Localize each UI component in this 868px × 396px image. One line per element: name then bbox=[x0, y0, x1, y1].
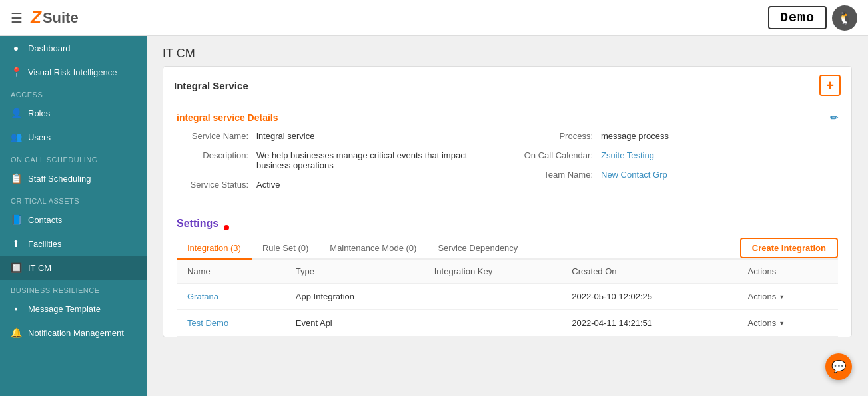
sidebar-item-users[interactable]: 👥 Users bbox=[0, 125, 147, 149]
sidebar-label-contacts: Contacts bbox=[28, 215, 62, 225]
team-name-value[interactable]: New Contact Grp bbox=[601, 170, 838, 180]
service-name-value: integral service bbox=[256, 131, 494, 141]
notification-mgmt-icon: 🔔 bbox=[11, 327, 21, 338]
page-header: IT CM bbox=[147, 36, 868, 66]
sidebar-section-business-resilience: BUSINESS RESILIENCE bbox=[0, 280, 147, 297]
card-header-title: Integral Service bbox=[174, 80, 248, 91]
facilities-icon: ⬆ bbox=[11, 238, 21, 249]
process-value: message process bbox=[601, 131, 838, 141]
user-avatar[interactable]: 🐧 bbox=[832, 5, 857, 31]
sidebar-item-staff-scheduling[interactable]: 📋 Staff Scheduling bbox=[0, 166, 147, 190]
row2-created-on: 2022-04-11 14:21:51 bbox=[561, 310, 737, 337]
row1-actions-button[interactable]: Actions bbox=[748, 292, 785, 301]
page-title: IT CM bbox=[163, 47, 852, 61]
process-label: Process: bbox=[521, 131, 601, 141]
table-head: Name Type Integration Key Created On Act… bbox=[177, 260, 838, 284]
visual-risk-icon: 📍 bbox=[11, 67, 21, 77]
dashboard-icon: ● bbox=[11, 43, 21, 53]
settings-section: Settings Integration (3) Rule Set (0) Ma… bbox=[163, 210, 851, 337]
details-title-text: integral service Details bbox=[177, 112, 278, 123]
col-created-on: Created On bbox=[561, 260, 737, 284]
description-value: We help businesses manage critical event… bbox=[256, 150, 494, 170]
chat-bubble[interactable]: 💬 bbox=[825, 353, 852, 380]
staff-scheduling-icon: 📋 bbox=[11, 173, 21, 184]
col-type: Type bbox=[285, 260, 424, 284]
sidebar-label-notification-mgmt: Notification Management bbox=[28, 328, 124, 338]
logo-z: Z bbox=[31, 7, 41, 28]
integral-service-card: Integral Service + integral service Deta… bbox=[163, 66, 852, 337]
row1-name[interactable]: Grafana bbox=[177, 284, 285, 310]
row2-actions: Actions bbox=[737, 310, 839, 337]
topbar-right: Demo 🐧 bbox=[768, 5, 857, 31]
sidebar-item-itcm[interactable]: 🔲 IT CM bbox=[0, 256, 147, 280]
sidebar-item-roles[interactable]: 👤 Roles bbox=[0, 101, 147, 125]
logo-suite: Suite bbox=[43, 9, 79, 27]
table-row: Test Demo Event Api 2022-04-11 14:21:51 … bbox=[177, 310, 838, 337]
on-call-calendar-label: On Call Calendar: bbox=[521, 150, 601, 160]
row1-integration-key bbox=[424, 284, 562, 310]
topbar: ☰ Z Suite Demo 🐧 bbox=[0, 0, 868, 36]
service-status-row: Service Status: Active bbox=[177, 180, 494, 190]
tab-service-dependency[interactable]: Service Dependency bbox=[427, 238, 528, 260]
sidebar-label-dashboard: Dashboard bbox=[28, 43, 71, 53]
logo: Z Suite bbox=[31, 7, 79, 28]
tabs-row: Integration (3) Rule Set (0) Maintenance… bbox=[177, 238, 838, 260]
sidebar-item-facilities[interactable]: ⬆ Facilities bbox=[0, 232, 147, 256]
table-row: Grafana App Integration 2022-05-10 12:02… bbox=[177, 284, 838, 310]
sidebar: ● Dashboard 📍 Visual Risk Intelligence A… bbox=[0, 36, 147, 396]
tab-integration[interactable]: Integration (3) bbox=[177, 238, 252, 260]
team-name-label: Team Name: bbox=[521, 170, 601, 180]
details-section: integral service Details ✏ Service Name:… bbox=[163, 104, 851, 210]
col-integration-key: Integration Key bbox=[424, 260, 562, 284]
roles-icon: 👤 bbox=[11, 108, 21, 118]
sidebar-label-roles: Roles bbox=[28, 108, 50, 118]
edit-icon[interactable]: ✏ bbox=[830, 112, 838, 123]
sidebar-label-users: Users bbox=[28, 132, 51, 142]
row1-created-on: 2022-05-10 12:02:25 bbox=[561, 284, 737, 310]
sidebar-label-visual-risk: Visual Risk Intelligence bbox=[28, 67, 117, 77]
main-content: IT CM Integral Service + integral servic… bbox=[147, 36, 868, 396]
on-call-calendar-row: On Call Calendar: Zsuite Testing bbox=[521, 150, 838, 160]
create-integration-button[interactable]: Create Integration bbox=[740, 238, 838, 258]
sidebar-item-visual-risk[interactable]: 📍 Visual Risk Intelligence bbox=[0, 60, 147, 84]
description-row: Description: We help businesses manage c… bbox=[177, 150, 494, 170]
description-label: Description: bbox=[177, 150, 256, 160]
red-dot-indicator bbox=[224, 225, 229, 230]
row2-actions-button[interactable]: Actions bbox=[748, 318, 785, 328]
service-status-value: Active bbox=[256, 180, 494, 190]
sidebar-section-access: ACCESS bbox=[0, 84, 147, 101]
menu-icon[interactable]: ☰ bbox=[11, 10, 23, 26]
message-template-icon: ▪ bbox=[11, 303, 21, 314]
integration-table: Name Type Integration Key Created On Act… bbox=[177, 260, 838, 337]
integration-table-element: Name Type Integration Key Created On Act… bbox=[177, 260, 838, 337]
col-actions: Actions bbox=[737, 260, 839, 284]
row2-name[interactable]: Test Demo bbox=[177, 310, 285, 337]
sidebar-item-dashboard[interactable]: ● Dashboard bbox=[0, 36, 147, 60]
service-name-row: Service Name: integral service bbox=[177, 131, 494, 141]
demo-badge: Demo bbox=[768, 6, 827, 29]
col-name: Name bbox=[177, 260, 285, 284]
card-add-button[interactable]: + bbox=[819, 75, 841, 96]
sidebar-section-on-call: ON CALL SCHEDULING bbox=[0, 149, 147, 166]
team-name-row: Team Name: New Contact Grp bbox=[521, 170, 838, 180]
table-body: Grafana App Integration 2022-05-10 12:02… bbox=[177, 284, 838, 337]
row1-actions: Actions bbox=[737, 284, 839, 310]
sidebar-label-itcm: IT CM bbox=[28, 263, 51, 273]
table-header-row: Name Type Integration Key Created On Act… bbox=[177, 260, 838, 284]
itcm-icon: 🔲 bbox=[11, 262, 21, 273]
sidebar-item-notification-mgmt[interactable]: 🔔 Notification Management bbox=[0, 321, 147, 345]
tab-maintenance-mode[interactable]: Maintenance Mode (0) bbox=[319, 238, 427, 260]
sidebar-label-message-template: Message Template bbox=[28, 304, 101, 314]
sidebar-item-contacts[interactable]: 📘 Contacts bbox=[0, 208, 147, 232]
sidebar-item-message-template[interactable]: ▪ Message Template bbox=[0, 297, 147, 321]
row2-integration-key bbox=[424, 310, 562, 337]
chat-icon: 💬 bbox=[831, 359, 846, 374]
sidebar-label-staff-scheduling: Staff Scheduling bbox=[28, 174, 91, 184]
details-title: integral service Details ✏ bbox=[177, 112, 838, 123]
service-name-label: Service Name: bbox=[177, 131, 256, 141]
sidebar-section-critical-assets: CRITICAL ASSETS bbox=[0, 190, 147, 208]
on-call-calendar-value[interactable]: Zsuite Testing bbox=[601, 150, 838, 160]
card-header: Integral Service + bbox=[163, 67, 851, 104]
tab-rule-set[interactable]: Rule Set (0) bbox=[252, 238, 319, 260]
process-row: Process: message process bbox=[521, 131, 838, 141]
